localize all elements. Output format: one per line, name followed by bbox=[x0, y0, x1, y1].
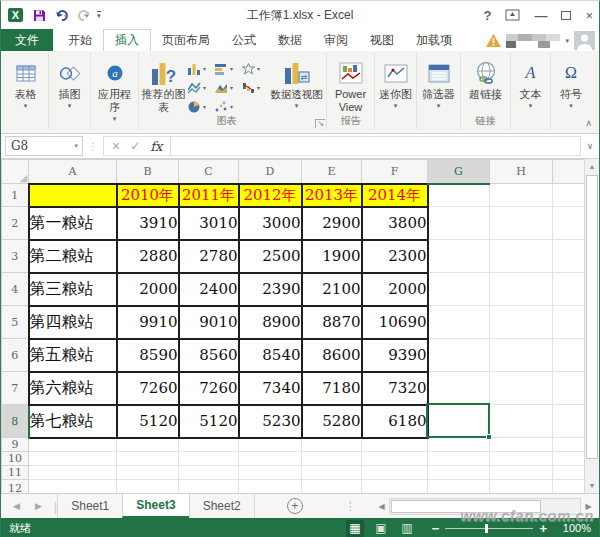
cell[interactable] bbox=[553, 184, 587, 207]
cell[interactable] bbox=[179, 438, 239, 452]
cell[interactable] bbox=[490, 466, 553, 480]
column-header-B[interactable]: B bbox=[117, 160, 179, 184]
ribbon-tab-6[interactable]: 审阅 bbox=[313, 29, 359, 51]
scroll-down-icon[interactable]: ▼ bbox=[585, 478, 599, 493]
cell-row-label[interactable]: 第一粮站 bbox=[29, 207, 117, 240]
symbols-button[interactable]: Ω 符号 ▾ bbox=[553, 55, 589, 129]
cell[interactable] bbox=[428, 240, 490, 273]
cell-row-label[interactable]: 第三粮站 bbox=[29, 273, 117, 306]
column-header-partial[interactable] bbox=[553, 160, 587, 184]
cell[interactable] bbox=[553, 372, 587, 405]
cell[interactable] bbox=[553, 306, 587, 339]
cell[interactable] bbox=[553, 207, 587, 240]
cell[interactable] bbox=[29, 480, 117, 494]
cell[interactable] bbox=[428, 452, 490, 466]
cell-row-label[interactable]: 第五粮站 bbox=[29, 339, 117, 372]
minimize-button[interactable]: — bbox=[534, 9, 547, 22]
area-chart-button[interactable]: ▾ bbox=[215, 78, 242, 97]
row-header-11[interactable]: 11 bbox=[2, 466, 29, 480]
insert-function-icon[interactable]: fx bbox=[150, 139, 162, 154]
cell[interactable] bbox=[302, 480, 362, 494]
cell[interactable] bbox=[490, 405, 553, 438]
cell[interactable]: 8870 bbox=[302, 306, 362, 339]
cell[interactable]: 7180 bbox=[302, 372, 362, 405]
cell[interactable] bbox=[553, 405, 587, 438]
apps-button[interactable]: a 应用程序 ▾ bbox=[93, 55, 136, 129]
cell[interactable] bbox=[239, 438, 302, 452]
cell[interactable] bbox=[117, 438, 179, 452]
ribbon-tab-3[interactable]: 页面布局 bbox=[151, 29, 221, 51]
cell[interactable] bbox=[239, 452, 302, 466]
cell[interactable] bbox=[362, 452, 428, 466]
cell[interactable] bbox=[428, 438, 490, 452]
cell[interactable]: 2880 bbox=[117, 240, 179, 273]
cell[interactable]: 5230 bbox=[239, 405, 302, 438]
ribbon-tab-4[interactable]: 公式 bbox=[221, 29, 267, 51]
cell[interactable]: 3910 bbox=[117, 207, 179, 240]
page-layout-view-button[interactable]: ▣ bbox=[372, 520, 390, 537]
sheet-tab-0[interactable]: Sheet1 bbox=[57, 494, 122, 518]
cell[interactable] bbox=[490, 207, 553, 240]
cell[interactable]: 2000 bbox=[362, 273, 428, 306]
avatar[interactable] bbox=[574, 31, 595, 50]
help-button[interactable]: ? bbox=[483, 9, 491, 22]
cell-year-header[interactable]: 2011年 bbox=[179, 184, 239, 207]
cell[interactable] bbox=[553, 452, 587, 466]
row-header-10[interactable]: 10 bbox=[2, 452, 29, 466]
cell[interactable]: 8560 bbox=[179, 339, 239, 372]
cell[interactable] bbox=[362, 466, 428, 480]
cell[interactable] bbox=[179, 466, 239, 480]
bar-chart-button[interactable]: ▾ bbox=[215, 59, 242, 78]
cell[interactable] bbox=[490, 184, 553, 207]
stock-chart-button[interactable]: ▾ bbox=[242, 78, 269, 97]
column-header-G[interactable]: G bbox=[428, 160, 490, 184]
selected-cell-G8[interactable] bbox=[426, 403, 490, 438]
sheet-tab-1[interactable]: Sheet3 bbox=[122, 494, 188, 518]
column-header-C[interactable]: C bbox=[179, 160, 239, 184]
text-button[interactable]: A 文本 ▾ bbox=[513, 55, 548, 129]
name-box-dropdown-icon[interactable]: ▾ bbox=[74, 142, 82, 150]
vertical-scroll-thumb[interactable] bbox=[586, 175, 598, 459]
cell[interactable] bbox=[490, 240, 553, 273]
sheet-tab-2[interactable]: Sheet2 bbox=[189, 494, 255, 518]
vertical-scrollbar[interactable]: ▲ ▼ bbox=[584, 159, 599, 493]
cell[interactable] bbox=[553, 480, 587, 494]
ribbon-display-options-button[interactable] bbox=[505, 9, 520, 21]
cell[interactable]: 7260 bbox=[179, 372, 239, 405]
cell[interactable] bbox=[428, 273, 490, 306]
cell[interactable]: 8600 bbox=[302, 339, 362, 372]
cell[interactable]: 9910 bbox=[117, 306, 179, 339]
cell[interactable] bbox=[490, 480, 553, 494]
cell[interactable] bbox=[428, 466, 490, 480]
cell[interactable]: 2100 bbox=[302, 273, 362, 306]
cell-A1[interactable] bbox=[29, 184, 117, 207]
account-dropdown-icon[interactable]: ▾ bbox=[565, 37, 569, 45]
restore-button[interactable] bbox=[561, 11, 571, 20]
cell[interactable] bbox=[179, 452, 239, 466]
cell[interactable]: 3000 bbox=[239, 207, 302, 240]
cell[interactable] bbox=[29, 438, 117, 452]
normal-view-button[interactable]: ▦ bbox=[346, 520, 364, 537]
scroll-up-icon[interactable]: ▲ bbox=[585, 159, 599, 174]
zoom-slider-thumb[interactable] bbox=[485, 524, 488, 533]
cell[interactable]: 8540 bbox=[239, 339, 302, 372]
column-header-E[interactable]: E bbox=[302, 160, 362, 184]
prev-sheet-icon[interactable]: ◀ bbox=[13, 501, 20, 511]
cell[interactable] bbox=[239, 466, 302, 480]
cancel-icon[interactable]: × bbox=[112, 138, 120, 154]
row-header-7[interactable]: 7 bbox=[2, 372, 29, 405]
cell[interactable] bbox=[490, 372, 553, 405]
cell[interactable]: 1900 bbox=[302, 240, 362, 273]
cell[interactable]: 9390 bbox=[362, 339, 428, 372]
cell[interactable] bbox=[553, 240, 587, 273]
cell[interactable]: 2390 bbox=[239, 273, 302, 306]
cell-row-label[interactable]: 第二粮站 bbox=[29, 240, 117, 273]
radar-chart-button[interactable]: ▾ bbox=[242, 59, 269, 78]
cell[interactable]: 2300 bbox=[362, 240, 428, 273]
cell[interactable]: 8590 bbox=[117, 339, 179, 372]
cell[interactable]: 2500 bbox=[239, 240, 302, 273]
cell-year-header[interactable]: 2012年 bbox=[239, 184, 302, 207]
cell[interactable] bbox=[553, 273, 587, 306]
zoom-slider[interactable] bbox=[445, 528, 533, 529]
cell[interactable] bbox=[117, 480, 179, 494]
